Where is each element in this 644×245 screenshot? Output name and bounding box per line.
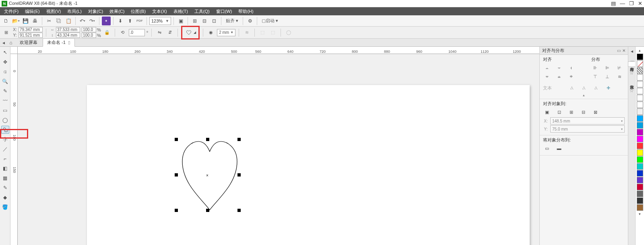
minimize-button[interactable]: — <box>620 0 625 6</box>
color-swatch[interactable] <box>637 197 643 204</box>
color-swatch[interactable] <box>637 143 643 149</box>
color-swatch[interactable] <box>637 54 643 60</box>
parallel-dimension-icon[interactable]: ／ <box>1 145 9 153</box>
height-input[interactable]: 43.324 mm <box>56 33 80 38</box>
palette-scroll-up-icon[interactable]: ▴ <box>636 48 644 53</box>
align-bottom-icon[interactable]: ⫩ <box>567 73 575 80</box>
undo-icon[interactable]: ↶▾ <box>78 17 87 25</box>
home-tab-icon[interactable]: ⌂ <box>7 39 14 46</box>
crop-tool-icon[interactable]: ⟃ <box>1 68 9 76</box>
tab-back-icon[interactable]: ◂ <box>1 39 6 46</box>
distribute-left-icon[interactable]: ⊪ <box>591 64 599 71</box>
color-swatch[interactable] <box>637 191 643 197</box>
text-bounding-box-icon[interactable]: Ⲁ <box>592 84 600 91</box>
text-outline-icon[interactable]: ✚ <box>604 84 612 91</box>
maximize-button[interactable]: ❐ <box>629 0 634 6</box>
distribute-to-selection-icon[interactable]: ▭ <box>543 145 551 152</box>
color-swatch[interactable] <box>637 163 643 170</box>
scale-y-input[interactable]: 100.0 <box>82 33 96 38</box>
mirror-horizontal-icon[interactable]: ⇋ <box>155 28 164 37</box>
rotation-input[interactable]: .0 <box>129 29 145 36</box>
docker-tab-insert-character[interactable]: 嫁入字符 <box>628 79 636 85</box>
ruler-corner[interactable] <box>10 47 18 54</box>
align-center-v-icon[interactable]: ⫨ <box>555 73 563 80</box>
print-icon[interactable]: 🖶 <box>31 17 39 25</box>
new-document-icon[interactable]: 🗋 <box>2 17 10 25</box>
align-y-input[interactable]: 75.0 mm▾ <box>550 125 625 133</box>
menu-text[interactable]: 文本(X) <box>149 8 170 15</box>
color-swatch[interactable] <box>637 170 643 176</box>
align-to-grid-icon[interactable]: ⊟ <box>579 108 587 116</box>
distribute-to-page-icon[interactable]: ▬ <box>555 145 563 152</box>
transparency-tool-icon[interactable]: ▦ <box>1 174 9 182</box>
align-center-h-icon[interactable]: ⫟ <box>555 64 563 71</box>
heart-shape-object[interactable] <box>178 139 241 212</box>
color-swatch[interactable] <box>637 74 643 81</box>
docker-favorite-icon[interactable]: ☆ <box>630 88 634 93</box>
show-guidelines-icon[interactable]: ⊡ <box>210 17 219 25</box>
color-swatch[interactable] <box>637 108 643 115</box>
tab-welcome[interactable]: 欢迎屏幕 <box>15 38 42 47</box>
menu-view[interactable]: 视图(V) <box>43 8 64 15</box>
app-launcher-dropdown[interactable]: ▢ 启动 ▾ <box>260 17 280 25</box>
publish-pdf-icon[interactable]: PDF <box>135 17 144 25</box>
scale-x-input[interactable]: 100.0 <box>82 27 96 32</box>
color-swatch[interactable] <box>637 81 643 87</box>
menu-edit[interactable]: 编辑(E) <box>22 8 43 15</box>
text-tool-icon[interactable]: 字 <box>1 135 9 143</box>
rectangle-tool-icon[interactable]: ▭ <box>1 106 9 114</box>
selection-handle[interactable] <box>206 138 209 141</box>
color-swatch[interactable] <box>637 67 643 74</box>
horizontal-ruler[interactable]: 2010018026034042050056064072080088096010… <box>18 47 539 54</box>
menu-tools[interactable]: 工具(Q) <box>191 8 213 15</box>
selection-handle[interactable] <box>237 173 241 176</box>
color-swatch[interactable] <box>637 184 643 190</box>
paste-icon[interactable]: 📋 <box>64 17 73 25</box>
save-icon[interactable]: 💾 <box>21 17 30 25</box>
dropdown-icon[interactable]: ◢ <box>194 31 196 34</box>
menu-help[interactable]: 帮助(H) <box>235 8 256 15</box>
distribute-spacing-h-icon[interactable]: ⊬ <box>615 64 623 71</box>
menu-bitmap[interactable]: 位图(B) <box>128 8 149 15</box>
color-swatch[interactable] <box>637 177 643 183</box>
vertical-ruler[interactable]: 0 50 100 150 <box>10 54 18 245</box>
show-rulers-icon[interactable]: ⊞ <box>190 17 199 25</box>
selection-handle[interactable] <box>237 209 241 212</box>
copy-icon[interactable]: ⿻ <box>54 17 63 25</box>
menu-effects[interactable]: 效果(C) <box>106 8 128 15</box>
shape-tool-icon[interactable]: ✥ <box>1 58 9 66</box>
wrap-text-icon[interactable]: ≋ <box>242 28 251 37</box>
fullscreen-preview-icon[interactable]: ▣ <box>176 17 185 25</box>
mirror-vertical-icon[interactable]: ⇵ <box>165 28 174 37</box>
menu-file[interactable]: 文件(F) <box>1 8 22 15</box>
freehand-tool-icon[interactable]: ✎ <box>1 87 9 95</box>
color-swatch[interactable] <box>637 88 643 94</box>
selection-handle[interactable] <box>206 209 209 212</box>
perfect-shape-picker[interactable] <box>185 29 193 37</box>
selection-handle[interactable] <box>175 138 178 141</box>
color-swatch[interactable] <box>637 129 643 135</box>
text-baseline-icon[interactable]: Ⲁ <box>568 84 576 91</box>
docker-collapse-icon[interactable]: ▭ <box>617 48 621 53</box>
ellipse-tool-icon[interactable]: ◯ <box>1 116 9 124</box>
canvas-area[interactable]: 2010018026034042050056064072080088096010… <box>10 47 539 245</box>
redo-icon[interactable]: ↷▾ <box>88 17 97 25</box>
show-grid-icon[interactable]: ⊟ <box>200 17 209 25</box>
align-x-input[interactable]: 148.5 mm▾ <box>550 117 625 125</box>
menu-table[interactable]: 表格(T) <box>170 8 191 15</box>
docker-favorite-icon[interactable]: ☆ <box>630 70 634 76</box>
align-right-icon[interactable]: ⫞ <box>567 64 575 71</box>
cut-icon[interactable]: ✂ <box>45 17 54 25</box>
zoom-level-input[interactable]: 123% ▼ <box>149 17 171 25</box>
to-back-icon[interactable]: ⬚ <box>268 28 277 37</box>
docker-tab-align-distribute[interactable]: 对齐与分布 <box>628 61 636 67</box>
distribute-center-h-icon[interactable]: ⊫ <box>603 64 611 71</box>
selection-handle[interactable] <box>175 209 178 212</box>
selection-handle[interactable] <box>175 173 178 176</box>
export-icon[interactable]: ⬆ <box>126 17 134 25</box>
interactive-fill-icon[interactable]: ◆ <box>1 193 9 201</box>
align-to-page-center-icon[interactable]: ⊞ <box>567 108 575 116</box>
distribute-top-icon[interactable]: ⊤ <box>591 73 599 80</box>
selection-center-marker[interactable]: × <box>206 173 208 178</box>
palette-scroll-down-icon[interactable]: ▾ <box>636 211 644 217</box>
